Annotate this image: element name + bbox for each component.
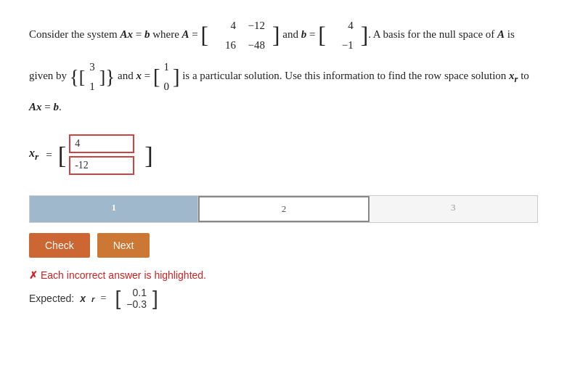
expected-v1: 0.1 [132, 287, 146, 298]
expected-vals: 0.1 −0.3 [121, 285, 152, 311]
left-bracket-b: [ [318, 25, 326, 46]
ax-eq-b: Ax [120, 28, 133, 40]
expected-matrix: [ 0.1 −0.3 ] [115, 285, 158, 311]
feedback-section: ✗Each incorrect answer is highlighted. E… [29, 269, 538, 311]
feedback-msg: Each incorrect answer is highlighted. [41, 269, 206, 281]
null-basis-set: { [ 3 1 ] } [70, 57, 115, 97]
expected-eq: = [101, 293, 107, 304]
b2: −1 [333, 36, 354, 55]
expected-label: Expected: [29, 293, 74, 304]
answer-row1 [69, 133, 142, 155]
expected-row: Expected: xr = [ 0.1 −0.3 ] [29, 285, 538, 311]
null-vec: 3 1 [85, 57, 99, 97]
a21: 16 [216, 36, 236, 55]
feedback-incorrect: ✗Each incorrect answer is highlighted. [29, 269, 538, 281]
matrix-A: [ 4 −12 16 −48 ] [201, 15, 280, 57]
a11: 4 [216, 16, 236, 36]
eq2: = [189, 28, 201, 40]
check-button[interactable]: Check [29, 233, 90, 258]
matrix-b-row1: 4 [333, 16, 354, 36]
xr-answer-label: x [29, 147, 35, 159]
answer-row2 [69, 155, 142, 176]
matrix-A-row1: 4 −12 [216, 16, 265, 36]
a-label: A [182, 28, 189, 40]
a-label2: A [497, 28, 505, 40]
b-final: b [53, 101, 59, 113]
left-bracket-A: [ [201, 25, 209, 46]
to-text: to [518, 70, 529, 81]
right-bracket-null: ] [99, 60, 106, 94]
right-bracket-exp: ] [152, 287, 158, 310]
matrix-A-row2: 16 −48 [216, 36, 265, 55]
answer-eq: = [46, 149, 52, 161]
expected-xr-label: x [80, 293, 86, 304]
is-particular-text: is a particular solution. Use this infor… [182, 70, 509, 81]
a12: −12 [245, 16, 265, 36]
tab-1[interactable]: 1 [30, 196, 198, 222]
right-bracket-px: ] [173, 58, 180, 95]
where-text: where [150, 28, 181, 40]
left-bracket-exp: [ [115, 287, 121, 310]
expected-v2: −0.3 [126, 298, 147, 310]
left-curly: { [70, 60, 79, 95]
ax-b-text: Ax [29, 101, 42, 113]
left-bracket-ans: [ [58, 141, 67, 169]
matrix-b-row2: −1 [333, 36, 354, 55]
tab-3[interactable]: 3 [370, 196, 537, 222]
eq4: = [142, 70, 153, 81]
next-button[interactable]: Next [97, 233, 150, 258]
right-bracket-ans: ] [144, 141, 153, 169]
intro-text: Consider the system [29, 28, 120, 40]
tab-1-label: 1 [111, 202, 116, 213]
and-x-text: and [118, 70, 136, 81]
null-r1: 3 [89, 57, 95, 77]
eq-text: = [133, 28, 144, 40]
period2: . [59, 101, 62, 113]
right-bracket-b: ] [361, 25, 369, 46]
px-inner: 1 0 [160, 57, 173, 97]
xr-answer-sub: r [35, 151, 38, 162]
eq3: = [306, 28, 318, 40]
answer-input-2[interactable] [69, 156, 134, 175]
right-bracket-A: ] [272, 25, 280, 46]
matrix-b-inner: 4 −1 [326, 15, 361, 57]
px-r1: 1 [163, 57, 169, 77]
eq-final: = [42, 101, 54, 113]
left-bracket-px: [ [153, 58, 160, 95]
particular-x: [ 1 0 ] [153, 57, 180, 97]
x-mark-icon: ✗ [29, 269, 38, 281]
answer-section: xr = [ ] [29, 131, 538, 178]
expected-xr-sub: r [91, 294, 95, 303]
px-r2: 0 [163, 77, 169, 97]
null-v2: 1 [89, 77, 95, 97]
problem-statement: Consider the system Ax = b where A = [ 4… [29, 15, 538, 117]
answer-label: xr [29, 147, 38, 163]
a22: −48 [245, 36, 265, 55]
period-text: . A basis for the null space of [368, 28, 497, 40]
left-bracket-null: [ [79, 60, 86, 94]
px-v1: 1 [163, 57, 169, 77]
expected-row1: 0.1 [126, 287, 147, 298]
answer-matrix-wrapper: [ ] [58, 131, 153, 178]
answer-inputs [66, 131, 144, 178]
progress-tabs: 1 2 3 [29, 195, 538, 223]
and-b-text: and [282, 28, 301, 40]
null-v1: 3 [89, 57, 95, 77]
matrix-A-inner: 4 −12 16 −48 [208, 15, 272, 57]
x-label: x [136, 70, 142, 81]
tab-2[interactable]: 2 [198, 196, 369, 222]
xr-text: x [509, 70, 515, 81]
b1: 4 [333, 16, 354, 36]
tab-2-label: 2 [282, 203, 287, 214]
right-curly: } [105, 60, 115, 95]
expected-row2: −0.3 [126, 298, 147, 310]
tab-3-label: 3 [451, 202, 456, 213]
px-v2: 0 [163, 77, 169, 97]
null-r2: 1 [89, 77, 95, 97]
matrix-b: [ 4 −1 ] [318, 15, 368, 57]
answer-input-1[interactable] [69, 134, 134, 153]
action-buttons: Check Next [29, 233, 538, 258]
